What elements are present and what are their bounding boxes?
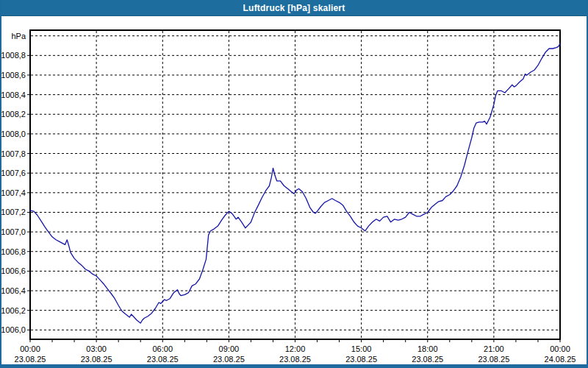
x-tick-time-label: 06:00 [152, 344, 173, 353]
x-tick-time-label: 18:00 [417, 344, 438, 353]
x-tick-date-label: 23.08.25 [147, 355, 179, 364]
x-tick-time-label: 00:00 [20, 344, 40, 353]
y-tick-label: 1007,8 [1, 149, 26, 158]
x-tick-date-label: 23.08.25 [279, 355, 311, 364]
y-axis-unit-label: hPa [11, 32, 26, 40]
x-tick-time-label: 12:00 [285, 344, 306, 353]
y-tick-label: 1007,2 [1, 208, 26, 216]
x-tick-date-label: 23.08.25 [478, 355, 509, 364]
y-tick-label: 1006,4 [1, 286, 26, 295]
x-tick-date-label: 23.08.25 [213, 355, 245, 364]
y-tick-label: 1006,8 [1, 247, 26, 256]
y-tick-label: 1007,0 [1, 227, 26, 236]
y-tick-label: 1006,0 [1, 325, 26, 334]
x-tick-time-label: 15:00 [351, 344, 372, 353]
x-tick-date-label: 23.08.25 [345, 355, 377, 364]
x-tick-time-label: 03:00 [86, 344, 107, 353]
y-tick-label: 1006,2 [1, 306, 26, 315]
x-tick-time-label: 09:00 [219, 344, 240, 353]
x-tick-date-label: 24.08.25 [545, 355, 576, 364]
y-tick-label: 1008,0 [1, 130, 26, 138]
y-tick-label: 1006,6 [1, 266, 26, 275]
y-tick-label: 1008,2 [1, 110, 26, 118]
x-tick-date-label: 23.08.25 [15, 355, 46, 364]
y-tick-label: 1007,4 [1, 188, 26, 197]
y-tick-label: 1008,6 [1, 71, 26, 79]
x-tick-date-label: 23.08.25 [412, 355, 443, 364]
window-title-bar: Luftdruck [hPa] skaliert [1, 0, 587, 16]
y-tick-label: 1007,6 [1, 169, 26, 177]
x-tick-time-label: 21:00 [484, 344, 504, 353]
window-title: Luftdruck [hPa] skaliert [243, 3, 345, 13]
chart-area: 1006,01006,21006,41006,61006,81007,01007… [1, 16, 587, 364]
x-tick-date-label: 23.08.25 [81, 355, 112, 364]
y-tick-label: 1008,4 [1, 91, 26, 99]
pressure-line-chart: 1006,01006,21006,41006,61006,81007,01007… [1, 16, 587, 364]
app-window: Luftdruck [hPa] skaliert 1006,01006,2100… [0, 0, 588, 368]
x-tick-time-label: 00:00 [550, 344, 570, 353]
y-tick-label: 1008,8 [1, 51, 26, 60]
